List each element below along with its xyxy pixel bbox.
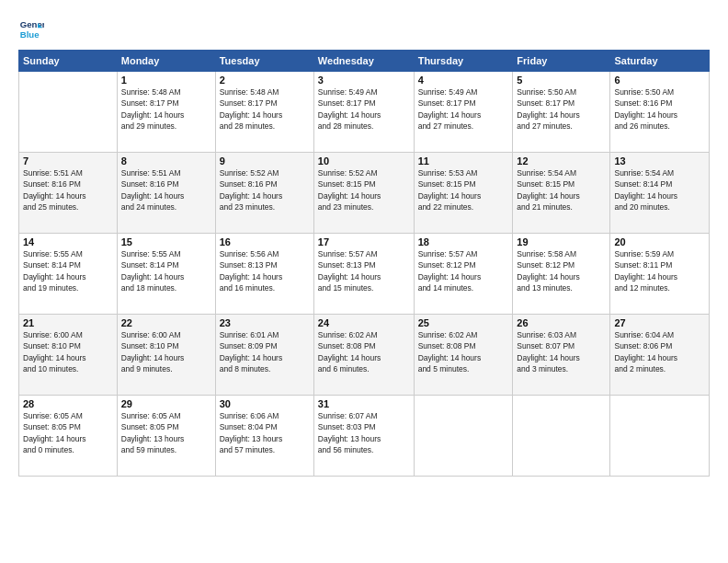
day-number: 24 <box>318 317 410 328</box>
svg-text:General: General <box>20 19 44 29</box>
day-number: 21 <box>23 317 113 328</box>
day-info: Sunrise: 6:06 AMSunset: 8:04 PMDaylight:… <box>220 410 310 455</box>
week-row-1: 1Sunrise: 5:48 AMSunset: 8:17 PMDaylight… <box>19 72 710 153</box>
day-info: Sunrise: 6:05 AMSunset: 8:05 PMDaylight:… <box>23 410 113 455</box>
weekday-thursday: Thursday <box>414 51 513 72</box>
day-number: 7 <box>23 155 113 167</box>
day-cell: 4Sunrise: 5:49 AMSunset: 8:17 PMDaylight… <box>414 72 513 153</box>
day-info: Sunrise: 6:02 AMSunset: 8:08 PMDaylight:… <box>418 329 509 374</box>
day-number: 4 <box>418 75 509 86</box>
day-cell: 1Sunrise: 5:48 AMSunset: 8:17 PMDaylight… <box>117 72 215 153</box>
day-info: Sunrise: 5:57 AMSunset: 8:12 PMDaylight:… <box>418 248 509 293</box>
day-number: 16 <box>220 236 310 247</box>
day-number: 31 <box>318 398 410 409</box>
day-info: Sunrise: 5:49 AMSunset: 8:17 PMDaylight:… <box>318 86 410 132</box>
day-cell <box>414 396 513 477</box>
day-info: Sunrise: 6:02 AMSunset: 8:08 PMDaylight:… <box>318 329 410 374</box>
day-info: Sunrise: 5:48 AMSunset: 8:17 PMDaylight:… <box>220 86 310 132</box>
day-number: 20 <box>614 236 705 247</box>
day-cell: 22Sunrise: 6:00 AMSunset: 8:10 PMDayligh… <box>117 315 215 396</box>
day-number: 9 <box>220 155 310 167</box>
day-number: 22 <box>121 317 211 328</box>
day-info: Sunrise: 6:03 AMSunset: 8:07 PMDaylight:… <box>517 329 606 374</box>
day-cell: 19Sunrise: 5:58 AMSunset: 8:12 PMDayligh… <box>513 234 610 315</box>
logo: General Blue <box>18 17 48 42</box>
day-cell: 11Sunrise: 5:53 AMSunset: 8:15 PMDayligh… <box>414 153 513 234</box>
day-number: 30 <box>220 398 310 409</box>
day-info: Sunrise: 5:51 AMSunset: 8:16 PMDaylight:… <box>121 167 211 213</box>
day-cell: 21Sunrise: 6:00 AMSunset: 8:10 PMDayligh… <box>19 315 118 396</box>
day-number: 23 <box>220 317 310 328</box>
day-number: 26 <box>517 317 606 328</box>
day-info: Sunrise: 5:50 AMSunset: 8:17 PMDaylight:… <box>517 86 606 132</box>
day-number: 15 <box>121 236 211 247</box>
day-number: 11 <box>418 155 509 167</box>
day-info: Sunrise: 5:50 AMSunset: 8:16 PMDaylight:… <box>614 86 705 132</box>
day-number: 25 <box>418 317 509 328</box>
weekday-monday: Monday <box>117 51 215 72</box>
day-info: Sunrise: 5:55 AMSunset: 8:14 PMDaylight:… <box>121 248 211 293</box>
calendar: SundayMondayTuesdayWednesdayThursdayFrid… <box>18 50 710 477</box>
day-info: Sunrise: 6:07 AMSunset: 8:03 PMDaylight:… <box>318 410 410 455</box>
svg-text:Blue: Blue <box>20 29 40 40</box>
day-number: 12 <box>517 155 606 167</box>
week-row-3: 14Sunrise: 5:55 AMSunset: 8:14 PMDayligh… <box>19 234 710 315</box>
day-cell: 27Sunrise: 6:04 AMSunset: 8:06 PMDayligh… <box>610 315 710 396</box>
day-number: 27 <box>614 317 705 328</box>
day-cell: 9Sunrise: 5:52 AMSunset: 8:16 PMDaylight… <box>215 153 313 234</box>
day-number: 1 <box>121 75 211 86</box>
day-number: 17 <box>318 236 410 247</box>
day-cell: 20Sunrise: 5:59 AMSunset: 8:11 PMDayligh… <box>610 234 710 315</box>
day-cell: 17Sunrise: 5:57 AMSunset: 8:13 PMDayligh… <box>313 234 414 315</box>
day-cell: 16Sunrise: 5:56 AMSunset: 8:13 PMDayligh… <box>215 234 313 315</box>
day-info: Sunrise: 6:00 AMSunset: 8:10 PMDaylight:… <box>23 329 113 374</box>
day-cell: 15Sunrise: 5:55 AMSunset: 8:14 PMDayligh… <box>117 234 215 315</box>
day-cell: 2Sunrise: 5:48 AMSunset: 8:17 PMDaylight… <box>215 72 313 153</box>
day-cell: 6Sunrise: 5:50 AMSunset: 8:16 PMDaylight… <box>610 72 710 153</box>
day-info: Sunrise: 5:55 AMSunset: 8:14 PMDaylight:… <box>23 248 113 293</box>
day-cell: 26Sunrise: 6:03 AMSunset: 8:07 PMDayligh… <box>513 315 610 396</box>
day-number: 2 <box>220 75 310 86</box>
day-number: 6 <box>614 75 705 86</box>
day-info: Sunrise: 5:51 AMSunset: 8:16 PMDaylight:… <box>23 167 113 213</box>
weekday-wednesday: Wednesday <box>313 51 414 72</box>
weekday-friday: Friday <box>513 51 610 72</box>
day-number: 5 <box>517 75 606 86</box>
weekday-header-row: SundayMondayTuesdayWednesdayThursdayFrid… <box>19 51 710 72</box>
day-info: Sunrise: 5:57 AMSunset: 8:13 PMDaylight:… <box>318 248 410 293</box>
weekday-sunday: Sunday <box>19 51 118 72</box>
day-cell: 31Sunrise: 6:07 AMSunset: 8:03 PMDayligh… <box>313 396 414 477</box>
week-row-5: 28Sunrise: 6:05 AMSunset: 8:05 PMDayligh… <box>19 396 710 477</box>
day-number: 8 <box>121 155 211 167</box>
day-cell: 13Sunrise: 5:54 AMSunset: 8:14 PMDayligh… <box>610 153 710 234</box>
day-info: Sunrise: 6:00 AMSunset: 8:10 PMDaylight:… <box>121 329 211 374</box>
day-cell: 30Sunrise: 6:06 AMSunset: 8:04 PMDayligh… <box>215 396 313 477</box>
weekday-saturday: Saturday <box>610 51 710 72</box>
day-number: 18 <box>418 236 509 247</box>
header: General Blue <box>18 17 710 42</box>
day-cell <box>610 396 710 477</box>
day-cell: 10Sunrise: 5:52 AMSunset: 8:15 PMDayligh… <box>313 153 414 234</box>
day-info: Sunrise: 5:48 AMSunset: 8:17 PMDaylight:… <box>121 86 211 132</box>
day-info: Sunrise: 5:53 AMSunset: 8:15 PMDaylight:… <box>418 167 509 213</box>
day-number: 13 <box>614 155 705 167</box>
weekday-tuesday: Tuesday <box>215 51 313 72</box>
day-info: Sunrise: 6:01 AMSunset: 8:09 PMDaylight:… <box>220 329 310 374</box>
day-number: 28 <box>23 398 113 409</box>
day-number: 19 <box>517 236 606 247</box>
week-row-2: 7Sunrise: 5:51 AMSunset: 8:16 PMDaylight… <box>19 153 710 234</box>
day-cell: 25Sunrise: 6:02 AMSunset: 8:08 PMDayligh… <box>414 315 513 396</box>
day-info: Sunrise: 5:58 AMSunset: 8:12 PMDaylight:… <box>517 248 606 293</box>
day-info: Sunrise: 5:52 AMSunset: 8:15 PMDaylight:… <box>318 167 410 213</box>
day-number: 29 <box>121 398 211 409</box>
day-cell: 14Sunrise: 5:55 AMSunset: 8:14 PMDayligh… <box>19 234 118 315</box>
day-cell <box>19 72 118 153</box>
day-info: Sunrise: 5:54 AMSunset: 8:15 PMDaylight:… <box>517 167 606 213</box>
day-cell: 29Sunrise: 6:05 AMSunset: 8:05 PMDayligh… <box>117 396 215 477</box>
day-info: Sunrise: 5:54 AMSunset: 8:14 PMDaylight:… <box>614 167 705 213</box>
day-number: 10 <box>318 155 410 167</box>
day-cell: 7Sunrise: 5:51 AMSunset: 8:16 PMDaylight… <box>19 153 118 234</box>
day-info: Sunrise: 6:04 AMSunset: 8:06 PMDaylight:… <box>614 329 705 374</box>
day-info: Sunrise: 5:56 AMSunset: 8:13 PMDaylight:… <box>220 248 310 293</box>
day-cell: 23Sunrise: 6:01 AMSunset: 8:09 PMDayligh… <box>215 315 313 396</box>
